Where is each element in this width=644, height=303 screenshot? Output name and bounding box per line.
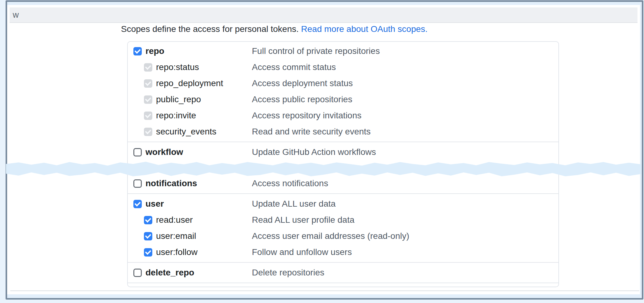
scope-description: Access notifications	[252, 178, 328, 188]
group-divider	[128, 193, 558, 194]
scope-group: delete_repoDelete repositories	[128, 265, 558, 281]
scope-row-repo: repoFull control of private repositories	[128, 43, 558, 59]
scope-group: notificationsAccess notifications	[128, 175, 558, 191]
scopes-intro-text: Scopes define the access for personal to…	[121, 24, 299, 34]
scope-row-user-follow: user:followFollow and unfollow users	[128, 244, 558, 260]
scope-checkbox-delete-repo[interactable]	[133, 269, 142, 277]
scope-group: repoFull control of private repositories…	[128, 43, 558, 140]
scope-checkbox-repo-status	[144, 63, 152, 72]
scope-row-delete-repo: delete_repoDelete repositories	[128, 265, 558, 281]
card-bottom-divider	[10, 290, 639, 291]
note-input-value: w	[13, 10, 19, 20]
scope-description: Update GitHub Action workflows	[252, 147, 376, 157]
scope-checkbox-read-user[interactable]	[144, 216, 152, 224]
scope-label: notifications	[145, 178, 197, 188]
window-frame: w Scopes define the access for personal …	[6, 0, 643, 300]
scope-description: Update ALL user data	[252, 199, 336, 209]
scope-description: Follow and unfollow users	[252, 247, 352, 257]
scope-label: workflow	[145, 147, 183, 157]
scope-description: Access user email addresses (read-only)	[252, 231, 409, 241]
scope-description: Access commit status	[252, 62, 336, 72]
scope-label: delete_repo	[145, 268, 194, 278]
scope-group: workflowUpdate GitHub Action workflows	[128, 144, 558, 160]
scope-label: user:follow	[156, 247, 198, 257]
group-divider	[128, 283, 558, 283]
scope-description: Read and write security events	[252, 127, 371, 137]
scope-description: Access public repositories	[252, 94, 352, 104]
scope-checkbox-user-email[interactable]	[144, 232, 152, 240]
scope-label: public_repo	[156, 94, 201, 104]
scope-row-user-email: user:emailAccess user email addresses (r…	[128, 228, 558, 244]
scopes-intro: Scopes define the access for personal to…	[121, 24, 427, 34]
note-input[interactable]: w	[10, 7, 637, 23]
group-divider	[128, 142, 558, 142]
scope-label: security_events	[156, 127, 217, 137]
scope-label: repo:invite	[156, 111, 196, 121]
scope-group: userUpdate ALL user dataread:userRead AL…	[128, 196, 558, 260]
scope-checkbox-repo-deployment	[144, 79, 152, 88]
scope-checkbox-user-follow[interactable]	[144, 248, 152, 257]
scope-row-read-user: read:userRead ALL user profile data	[128, 212, 558, 228]
scope-row-notifications: notificationsAccess notifications	[128, 175, 558, 191]
scope-label: repo:status	[156, 62, 199, 72]
scope-checkbox-security-events	[144, 128, 152, 136]
scope-checkbox-public-repo	[144, 95, 152, 104]
scope-description: Read ALL user profile data	[252, 215, 355, 225]
scope-row-repo-deployment: repo_deploymentAccess deployment status	[128, 75, 558, 91]
scope-description: Access repository invitations	[252, 111, 361, 121]
scope-checkbox-workflow[interactable]	[133, 148, 142, 156]
scope-row-user: userUpdate ALL user data	[128, 196, 558, 212]
scope-description: Access deployment status	[252, 78, 353, 88]
scope-row-repo-invite: repo:inviteAccess repository invitations	[128, 108, 558, 124]
scope-row-security-events: security_eventsRead and write security e…	[128, 124, 558, 140]
scope-checkbox-notifications[interactable]	[133, 179, 142, 188]
scope-row-workflow: workflowUpdate GitHub Action workflows	[128, 144, 558, 160]
scope-description: Full control of private repositories	[252, 46, 380, 56]
scope-label: user	[145, 199, 164, 209]
scope-checkbox-user[interactable]	[133, 200, 142, 208]
scope-checkbox-repo-invite	[144, 112, 152, 120]
scope-row-public-repo: public_repoAccess public repositories	[128, 91, 558, 108]
page-root: w Scopes define the access for personal …	[0, 0, 644, 303]
scope-label: read:user	[156, 215, 193, 225]
scope-checkbox-repo[interactable]	[133, 47, 142, 55]
group-divider	[128, 262, 558, 263]
scope-description: Delete repositories	[252, 268, 324, 278]
page-card: w Scopes define the access for personal …	[7, 5, 640, 294]
scope-row-repo-status: repo:statusAccess commit status	[128, 59, 558, 75]
scope-label: user:email	[156, 231, 196, 241]
oauth-scopes-link[interactable]: Read more about OAuth scopes.	[301, 24, 428, 34]
scope-label: repo_deployment	[156, 78, 223, 88]
scope-label: repo	[145, 46, 164, 56]
